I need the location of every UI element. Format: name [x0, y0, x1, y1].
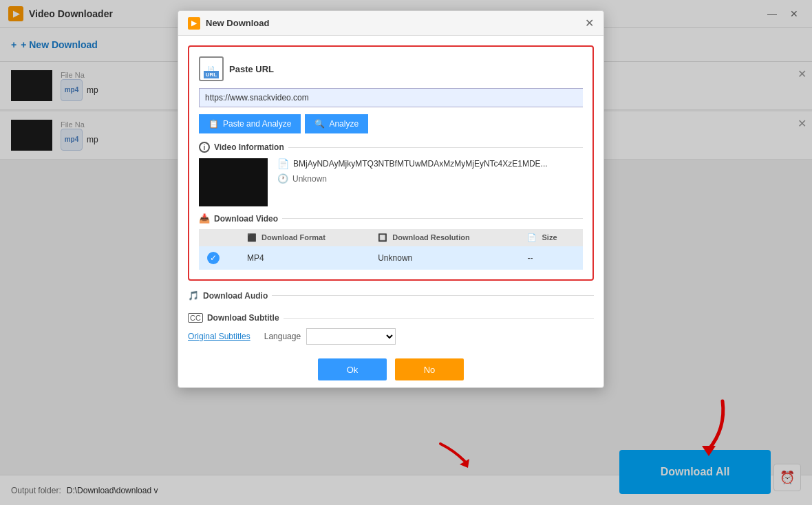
paste-icon: 📋 [209, 119, 219, 129]
dialog-title-bar: ▶ New Download ✕ [178, 11, 603, 36]
dialog-footer: Ok No [178, 352, 603, 387]
url-input[interactable] [199, 88, 583, 107]
col-size: 📄 Size [519, 229, 583, 246]
download-audio-section: 🎵 Download Audio [178, 290, 603, 313]
video-thumbnail [199, 158, 268, 206]
original-subtitles-button[interactable]: Original Subtitles [188, 332, 250, 341]
download-audio-label: Download Audio [203, 291, 268, 301]
url-section: 📄 URL Paste URL 📋 Paste and Analyze [188, 45, 594, 281]
video-icon: 📥 [199, 213, 210, 224]
url-input-row [199, 88, 583, 107]
dialog-title-left: ▶ New Download [188, 17, 269, 30]
divider [284, 318, 594, 319]
divider [288, 147, 583, 148]
row-resolution: Unknown [370, 246, 519, 270]
dialog-close-button[interactable]: ✕ [585, 17, 594, 30]
paste-url-header: 📄 URL Paste URL [199, 56, 583, 81]
app-window: ▶ Video Downloader — ✕ + + New Download … [0, 0, 812, 505]
subtitle-row: Original Subtitles Language [188, 328, 594, 345]
divider [272, 295, 594, 296]
table-row[interactable]: ✓ MP4 Unknown -- [199, 246, 583, 270]
file-doc-icon: 📄 [277, 158, 289, 169]
analyze-button[interactable]: 🔍 Analyze [305, 114, 368, 133]
format-table: ⬛ Download Format 🔲 Download Resolution … [199, 229, 583, 270]
download-video-label: Download Video [214, 214, 278, 224]
cc-icon: CC [188, 313, 203, 323]
video-duration: Unknown [292, 174, 327, 184]
info-icon: i [199, 142, 210, 153]
row-check: ✓ [199, 246, 239, 270]
download-subtitle-label: Download Subtitle [207, 313, 279, 323]
row-format: MP4 [239, 246, 370, 270]
divider [282, 218, 583, 219]
format-icon: ⬛ [247, 233, 257, 241]
paste-and-analyze-button[interactable]: 📋 Paste and Analyze [199, 114, 301, 133]
video-filename-row: 📄 BMjAyNDAyMjkyMTQ3NTBfMTUwMDAxMzMyMjEyN… [277, 158, 548, 169]
new-download-dialog: ▶ New Download ✕ 📄 URL Paste URL [178, 10, 604, 388]
ok-button[interactable]: Ok [318, 358, 387, 380]
no-button[interactable]: No [395, 358, 464, 380]
search-icon: 🔍 [314, 119, 325, 129]
download-subtitle-section: CC Download Subtitle Original Subtitles … [178, 313, 603, 352]
download-video-header: 📥 Download Video [199, 213, 583, 224]
size-icon: 📄 [527, 233, 537, 241]
col-format: ⬛ Download Format [239, 229, 370, 246]
resolution-icon: 🔲 [378, 233, 387, 241]
video-filename: BMjAyNDAyMjkyMTQ3NTBfMTUwMDAxMzMyMjEyNTc… [293, 159, 548, 169]
download-video-section: 📥 Download Video ⬛ Download Format [199, 213, 583, 270]
col-resolution: 🔲 Download Resolution [370, 229, 519, 246]
video-preview-row: 📄 BMjAyNDAyMjkyMTQ3NTBfMTUwMDAxMzMyMjEyN… [199, 158, 583, 206]
subtitle-header: CC Download Subtitle [188, 313, 594, 323]
video-info-header: i Video Information [199, 142, 583, 153]
check-icon: ✓ [207, 252, 220, 264]
dialog-app-icon: ▶ [188, 17, 200, 30]
dialog-body: 📄 URL Paste URL 📋 Paste and Analyze [178, 36, 603, 387]
video-meta: 📄 BMjAyNDAyMjkyMTQ3NTBfMTUwMDAxMzMyMjEyN… [277, 158, 548, 184]
language-label: Language [264, 332, 301, 341]
paste-url-label: Paste URL [229, 64, 274, 74]
video-info-section: i Video Information 📄 BMjAyNDAyMjkyMTQ3N… [199, 142, 583, 206]
row-size: -- [519, 246, 583, 270]
audio-icon: 🎵 [188, 290, 199, 301]
video-duration-row: 🕐 Unknown [277, 173, 548, 184]
col-checkbox [199, 229, 239, 246]
dialog-title: New Download [206, 18, 269, 28]
audio-header: 🎵 Download Audio [188, 290, 594, 301]
action-buttons: 📋 Paste and Analyze 🔍 Analyze [199, 114, 583, 133]
url-file-icon: 📄 URL [199, 56, 224, 81]
video-info-label: Video Information [214, 142, 284, 152]
clock-icon: 🕐 [277, 173, 288, 184]
language-select[interactable] [306, 328, 396, 345]
language-row: Language [264, 328, 396, 345]
